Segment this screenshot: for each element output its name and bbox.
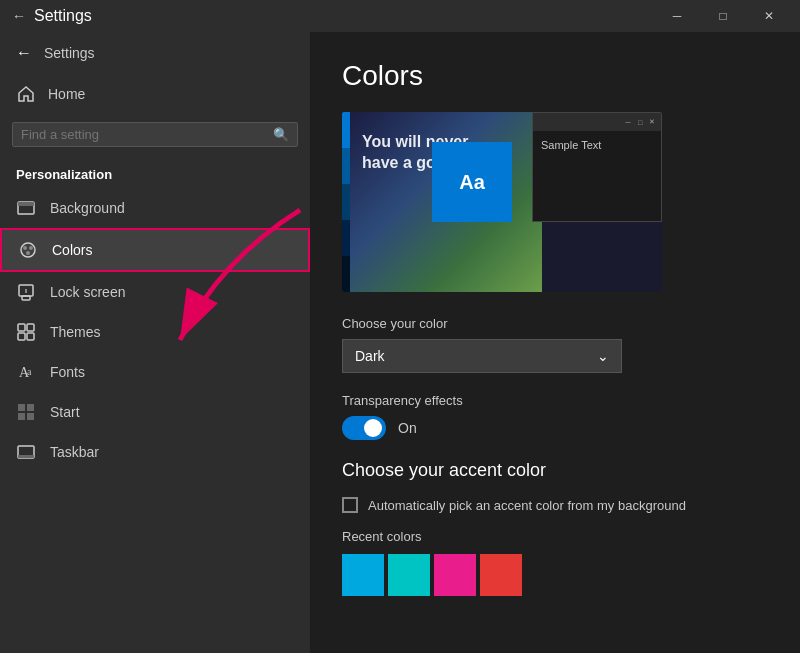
lock-screen-icon (16, 282, 36, 302)
sidebar-item-label-colors: Colors (52, 242, 92, 258)
sidebar-item-lock-screen[interactable]: Lock screen (0, 272, 310, 312)
sidebar-item-label-taskbar: Taskbar (50, 444, 99, 460)
sidebar-back[interactable]: ← Settings (0, 32, 310, 74)
swatch-red[interactable] (480, 554, 522, 596)
transparency-state: On (398, 420, 417, 436)
color-strip (342, 112, 350, 292)
minimize-button[interactable]: ─ (654, 0, 700, 32)
maximize-button[interactable]: □ (700, 0, 746, 32)
svg-point-5 (26, 251, 30, 255)
preview-minimize-icon: ─ (623, 117, 633, 127)
transparency-section: Transparency effects On (342, 393, 768, 440)
close-button[interactable]: ✕ (746, 0, 792, 32)
svg-rect-17 (18, 413, 25, 420)
background-icon (16, 198, 36, 218)
toggle-knob (364, 419, 382, 437)
color-swatches (342, 554, 768, 596)
chevron-down-icon: ⌄ (597, 348, 609, 364)
svg-point-3 (23, 246, 27, 250)
taskbar-icon (16, 442, 36, 462)
auto-accent-checkbox[interactable] (342, 497, 358, 513)
svg-rect-15 (18, 404, 25, 411)
search-box[interactable]: 🔍 (12, 122, 298, 147)
svg-rect-9 (18, 324, 25, 331)
preview-maximize-icon: □ (635, 117, 645, 127)
preview-window: ─ □ ✕ Sample Text (532, 112, 662, 222)
back-label: Settings (44, 45, 95, 61)
color-dropdown[interactable]: Dark ⌄ (342, 339, 622, 373)
svg-rect-7 (22, 296, 30, 300)
svg-text:a: a (27, 366, 32, 377)
auto-accent-label: Automatically pick an accent color from … (368, 498, 686, 513)
preview-container: You will never have a good Aa (342, 112, 662, 292)
accent-color-section: Choose your accent color Automatically p… (342, 460, 768, 596)
sidebar: ← Settings Home 🔍 Personalization (0, 32, 310, 653)
sidebar-item-taskbar[interactable]: Taskbar (0, 432, 310, 472)
home-icon (16, 84, 36, 104)
sidebar-item-fonts[interactable]: A a Fonts (0, 352, 310, 392)
back-arrow-icon[interactable]: ← (12, 8, 26, 24)
svg-rect-18 (27, 413, 34, 420)
title-bar-controls: ─ □ ✕ (654, 0, 792, 32)
recent-colors-label: Recent colors (342, 529, 768, 544)
swatch-cyan[interactable] (342, 554, 384, 596)
color-dropdown-value: Dark (355, 348, 385, 364)
sidebar-item-label-background: Background (50, 200, 125, 216)
preview-close-icon: ✕ (647, 117, 657, 127)
back-icon: ← (16, 44, 32, 62)
swatch-teal[interactable] (388, 554, 430, 596)
sidebar-item-start[interactable]: Start (0, 392, 310, 432)
start-icon (16, 402, 36, 422)
transparency-label: Transparency effects (342, 393, 768, 408)
auto-accent-row: Automatically pick an accent color from … (342, 497, 768, 513)
title-bar-left: ← Settings (12, 7, 92, 25)
svg-rect-20 (18, 455, 34, 458)
svg-point-4 (29, 246, 33, 250)
main-layout: ← Settings Home 🔍 Personalization (0, 32, 800, 653)
svg-rect-8 (25, 289, 27, 293)
home-label: Home (48, 86, 85, 102)
svg-rect-12 (27, 333, 34, 340)
preview-window-titlebar: ─ □ ✕ (533, 113, 661, 131)
sidebar-item-background[interactable]: Background (0, 188, 310, 228)
sidebar-item-label-themes: Themes (50, 324, 101, 340)
svg-rect-16 (27, 404, 34, 411)
sidebar-section-title: Personalization (0, 155, 310, 188)
sample-text: Sample Text (541, 139, 653, 151)
swatch-pink[interactable] (434, 554, 476, 596)
sidebar-item-label-fonts: Fonts (50, 364, 85, 380)
choose-color-section: Choose your color Dark ⌄ (342, 316, 768, 373)
sidebar-item-label-start: Start (50, 404, 80, 420)
title-bar: ← Settings ─ □ ✕ (0, 0, 800, 32)
svg-rect-1 (18, 202, 34, 206)
sidebar-item-themes[interactable]: Themes (0, 312, 310, 352)
aa-text: Aa (459, 171, 485, 194)
themes-icon (16, 322, 36, 342)
choose-color-label: Choose your color (342, 316, 768, 331)
accent-heading: Choose your accent color (342, 460, 768, 481)
page-title: Colors (342, 60, 768, 92)
svg-rect-10 (27, 324, 34, 331)
fonts-icon: A a (16, 362, 36, 382)
preview-wallpaper: You will never have a good Aa (342, 112, 542, 292)
search-input[interactable] (21, 127, 267, 142)
preview-window-content: Sample Text (533, 131, 661, 159)
title-bar-title: Settings (34, 7, 92, 25)
sidebar-item-colors[interactable]: Colors (0, 228, 310, 272)
content-area: Colors You will never have a good (310, 32, 800, 653)
sidebar-home[interactable]: Home (0, 74, 310, 114)
search-icon: 🔍 (273, 127, 289, 142)
transparency-toggle[interactable] (342, 416, 386, 440)
transparency-row: On (342, 416, 768, 440)
aa-preview-box: Aa (432, 142, 512, 222)
sidebar-item-label-lock-screen: Lock screen (50, 284, 125, 300)
svg-rect-11 (18, 333, 25, 340)
colors-icon (18, 240, 38, 260)
